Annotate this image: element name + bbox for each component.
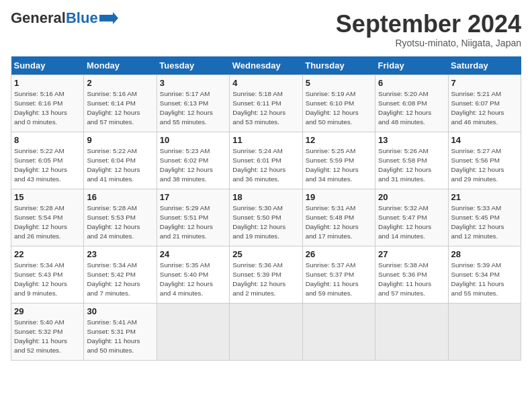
day-number: 29 xyxy=(14,306,81,316)
calendar-cell: 4Sunrise: 5:18 AMSunset: 6:11 PMDaylight… xyxy=(230,75,302,132)
calendar-cell: 15Sunrise: 5:28 AMSunset: 5:54 PMDayligh… xyxy=(11,189,84,246)
day-info: Sunrise: 5:20 AMSunset: 6:08 PMDaylight:… xyxy=(378,89,445,128)
day-info: Sunrise: 5:38 AMSunset: 5:36 PMDaylight:… xyxy=(378,261,445,299)
day-number: 20 xyxy=(378,192,445,202)
day-info: Sunrise: 5:18 AMSunset: 6:11 PMDaylight:… xyxy=(232,89,299,128)
calendar-cell: 1Sunrise: 5:16 AMSunset: 6:16 PMDaylight… xyxy=(11,75,84,132)
calendar-cell: 11Sunrise: 5:24 AMSunset: 6:01 PMDayligh… xyxy=(230,132,302,189)
day-number: 16 xyxy=(87,192,153,202)
svg-marker-0 xyxy=(99,12,118,24)
day-number: 5 xyxy=(306,78,372,88)
calendar-cell: 7Sunrise: 5:21 AMSunset: 6:07 PMDaylight… xyxy=(448,75,521,132)
day-info: Sunrise: 5:17 AMSunset: 6:13 PMDaylight:… xyxy=(160,89,226,128)
day-info: Sunrise: 5:22 AMSunset: 6:04 PMDaylight:… xyxy=(87,146,153,185)
day-number: 6 xyxy=(378,78,445,88)
day-number: 12 xyxy=(306,135,372,145)
day-info: Sunrise: 5:16 AMSunset: 6:16 PMDaylight:… xyxy=(14,89,81,128)
day-number: 19 xyxy=(306,192,372,202)
calendar-cell: 2Sunrise: 5:16 AMSunset: 6:14 PMDaylight… xyxy=(84,75,157,132)
calendar-cell: 5Sunrise: 5:19 AMSunset: 6:10 PMDaylight… xyxy=(302,75,375,132)
day-number: 28 xyxy=(451,249,518,259)
calendar-cell: 9Sunrise: 5:22 AMSunset: 6:04 PMDaylight… xyxy=(84,132,157,189)
day-number: 9 xyxy=(87,135,153,145)
day-number: 17 xyxy=(160,192,226,202)
day-info: Sunrise: 5:31 AMSunset: 5:48 PMDaylight:… xyxy=(306,203,372,242)
day-number: 13 xyxy=(378,135,445,145)
day-number: 25 xyxy=(232,249,299,259)
day-info: Sunrise: 5:25 AMSunset: 5:59 PMDaylight:… xyxy=(306,146,372,185)
calendar-subtitle: Ryotsu-minato, Niigata, Japan xyxy=(336,38,521,48)
day-info: Sunrise: 5:32 AMSunset: 5:47 PMDaylight:… xyxy=(378,203,445,242)
day-number: 24 xyxy=(160,249,226,259)
day-number: 3 xyxy=(160,78,226,88)
day-of-week-header: Tuesday xyxy=(157,56,229,75)
day-info: Sunrise: 5:27 AMSunset: 5:56 PMDaylight:… xyxy=(451,146,518,185)
day-info: Sunrise: 5:23 AMSunset: 6:02 PMDaylight:… xyxy=(160,146,226,185)
calendar-cell xyxy=(230,303,302,360)
day-info: Sunrise: 5:26 AMSunset: 5:58 PMDaylight:… xyxy=(378,146,445,185)
day-number: 7 xyxy=(451,78,518,88)
day-number: 15 xyxy=(14,192,81,202)
day-info: Sunrise: 5:28 AMSunset: 5:53 PMDaylight:… xyxy=(87,203,153,242)
day-number: 26 xyxy=(306,249,372,259)
day-info: Sunrise: 5:36 AMSunset: 5:39 PMDaylight:… xyxy=(232,261,299,299)
day-info: Sunrise: 5:35 AMSunset: 5:40 PMDaylight:… xyxy=(160,261,226,299)
day-of-week-header: Friday xyxy=(375,56,448,75)
calendar-cell: 10Sunrise: 5:23 AMSunset: 6:02 PMDayligh… xyxy=(157,132,229,189)
day-number: 23 xyxy=(87,249,153,259)
day-info: Sunrise: 5:19 AMSunset: 6:10 PMDaylight:… xyxy=(306,89,372,128)
day-number: 8 xyxy=(14,135,81,145)
logo: GeneralBlue xyxy=(11,11,118,26)
day-info: Sunrise: 5:16 AMSunset: 6:14 PMDaylight:… xyxy=(87,89,153,128)
calendar-cell: 27Sunrise: 5:38 AMSunset: 5:36 PMDayligh… xyxy=(375,246,448,303)
day-info: Sunrise: 5:24 AMSunset: 6:01 PMDaylight:… xyxy=(232,146,299,185)
day-of-week-header: Sunday xyxy=(11,56,84,75)
day-info: Sunrise: 5:34 AMSunset: 5:42 PMDaylight:… xyxy=(87,261,153,299)
day-info: Sunrise: 5:41 AMSunset: 5:31 PMDaylight:… xyxy=(87,318,153,356)
day-number: 11 xyxy=(232,135,299,145)
calendar-cell: 24Sunrise: 5:35 AMSunset: 5:40 PMDayligh… xyxy=(157,246,229,303)
calendar-body: 1Sunrise: 5:16 AMSunset: 6:16 PMDaylight… xyxy=(11,75,521,360)
day-number: 4 xyxy=(232,78,299,88)
logo-text: GeneralBlue xyxy=(11,11,98,26)
calendar-cell xyxy=(448,303,521,360)
calendar-table: SundayMondayTuesdayWednesdayThursdayFrid… xyxy=(11,56,521,361)
calendar-cell: 6Sunrise: 5:20 AMSunset: 6:08 PMDaylight… xyxy=(375,75,448,132)
calendar-cell: 26Sunrise: 5:37 AMSunset: 5:37 PMDayligh… xyxy=(302,246,375,303)
day-info: Sunrise: 5:40 AMSunset: 5:32 PMDaylight:… xyxy=(14,318,81,356)
calendar-cell xyxy=(302,303,375,360)
calendar-week-row: 29Sunrise: 5:40 AMSunset: 5:32 PMDayligh… xyxy=(11,303,521,360)
calendar-cell: 22Sunrise: 5:34 AMSunset: 5:43 PMDayligh… xyxy=(11,246,84,303)
calendar-cell: 28Sunrise: 5:39 AMSunset: 5:34 PMDayligh… xyxy=(448,246,521,303)
day-number: 18 xyxy=(232,192,299,202)
day-number: 30 xyxy=(87,306,153,316)
day-of-week-header: Monday xyxy=(84,56,157,75)
logo-arrow-icon xyxy=(99,12,118,24)
page-header: GeneralBlue September 2024 Ryotsu-minato… xyxy=(11,11,521,48)
calendar-cell: 13Sunrise: 5:26 AMSunset: 5:58 PMDayligh… xyxy=(375,132,448,189)
calendar-week-row: 22Sunrise: 5:34 AMSunset: 5:43 PMDayligh… xyxy=(11,246,521,303)
day-of-week-header: Thursday xyxy=(302,56,375,75)
day-info: Sunrise: 5:37 AMSunset: 5:37 PMDaylight:… xyxy=(306,261,372,299)
calendar-week-row: 8Sunrise: 5:22 AMSunset: 6:05 PMDaylight… xyxy=(11,132,521,189)
calendar-week-row: 1Sunrise: 5:16 AMSunset: 6:16 PMDaylight… xyxy=(11,75,521,132)
day-of-week-header: Saturday xyxy=(448,56,521,75)
calendar-cell: 29Sunrise: 5:40 AMSunset: 5:32 PMDayligh… xyxy=(11,303,84,360)
calendar-cell: 21Sunrise: 5:33 AMSunset: 5:45 PMDayligh… xyxy=(448,189,521,246)
calendar-header-row: SundayMondayTuesdayWednesdayThursdayFrid… xyxy=(11,56,521,75)
day-info: Sunrise: 5:34 AMSunset: 5:43 PMDaylight:… xyxy=(14,261,81,299)
calendar-cell: 25Sunrise: 5:36 AMSunset: 5:39 PMDayligh… xyxy=(230,246,302,303)
title-block: September 2024 Ryotsu-minato, Niigata, J… xyxy=(336,11,521,48)
day-info: Sunrise: 5:28 AMSunset: 5:54 PMDaylight:… xyxy=(14,203,81,242)
day-number: 10 xyxy=(160,135,226,145)
day-number: 21 xyxy=(451,192,518,202)
day-info: Sunrise: 5:39 AMSunset: 5:34 PMDaylight:… xyxy=(451,261,518,299)
day-info: Sunrise: 5:33 AMSunset: 5:45 PMDaylight:… xyxy=(451,203,518,242)
day-info: Sunrise: 5:30 AMSunset: 5:50 PMDaylight:… xyxy=(232,203,299,242)
calendar-cell: 17Sunrise: 5:29 AMSunset: 5:51 PMDayligh… xyxy=(157,189,229,246)
day-number: 2 xyxy=(87,78,153,88)
calendar-cell: 12Sunrise: 5:25 AMSunset: 5:59 PMDayligh… xyxy=(302,132,375,189)
calendar-cell: 23Sunrise: 5:34 AMSunset: 5:42 PMDayligh… xyxy=(84,246,157,303)
calendar-cell: 16Sunrise: 5:28 AMSunset: 5:53 PMDayligh… xyxy=(84,189,157,246)
calendar-cell: 18Sunrise: 5:30 AMSunset: 5:50 PMDayligh… xyxy=(230,189,302,246)
